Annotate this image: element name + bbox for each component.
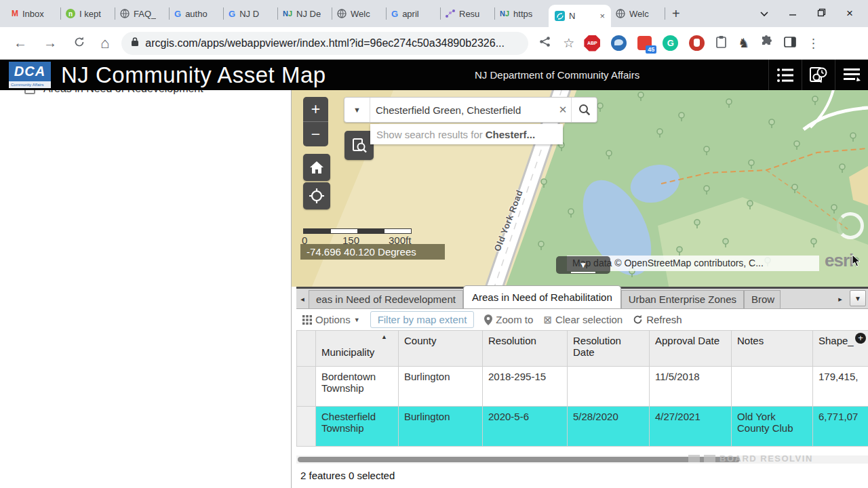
reload-button[interactable] [73, 36, 85, 51]
google-icon [229, 9, 235, 19]
col-resolution-date[interactable]: Resolution Date [568, 331, 650, 367]
legend-button[interactable] [768, 60, 802, 90]
col-resolution[interactable]: Resolution [483, 331, 568, 367]
layer-list-item-clipped[interactable]: Areas in Need of Redevelopment [24, 90, 203, 96]
dark-animal-extension-icon[interactable] [738, 37, 749, 49]
browser-tab[interactable]: https [495, 0, 549, 27]
cell-resolution-date[interactable] [568, 367, 650, 407]
tabs-dropdown-button[interactable]: ▼ [850, 290, 866, 306]
window-minimize-button[interactable] [789, 7, 797, 20]
home-extent-button[interactable] [303, 154, 330, 181]
tab-label: https [513, 9, 532, 19]
grammarly-extension-icon[interactable] [663, 35, 678, 51]
extension-icon-badge[interactable]: 45 [637, 36, 652, 50]
cell-resolution[interactable]: 2020-5-6 [483, 407, 568, 447]
menu-button[interactable] [835, 60, 868, 90]
cell-resolution-date[interactable]: 5/28/2020 [568, 407, 650, 447]
tab-areas-redevelopment[interactable]: eas in Need of Redevelopment [309, 290, 463, 308]
cell-shape[interactable]: 6,771,07 [813, 407, 868, 447]
col-notes[interactable]: Notes [732, 331, 813, 367]
browser-tab[interactable]: Welc [332, 0, 386, 27]
zoom-out-button[interactable]: − [303, 122, 328, 146]
cell-county[interactable]: Burlington [399, 407, 483, 447]
col-municipality[interactable]: ▲Municipality [316, 331, 399, 367]
side-panel-icon[interactable] [784, 37, 796, 50]
query-widget-button[interactable] [344, 131, 374, 160]
suggestion-term: Chesterf... [486, 129, 535, 140]
tab-label: Inbox [22, 9, 44, 19]
bookmark-star-icon[interactable]: ☆ [563, 35, 574, 51]
cell-approval-date[interactable]: 4/27/2021 [650, 407, 732, 447]
attribute-search-button[interactable] [802, 60, 835, 90]
cell-notes[interactable] [732, 367, 813, 407]
search-clear-icon[interactable]: ✕ [555, 104, 571, 116]
col-county[interactable]: County [399, 331, 483, 367]
zoom-in-button[interactable]: + [303, 97, 328, 122]
tabs-scroll-left-icon[interactable]: ◂ [296, 290, 309, 308]
browser-tab[interactable]: autho [170, 0, 223, 27]
clear-selection-button[interactable]: ⊠ Clear selection [543, 314, 623, 326]
thunderbird-extension-icon[interactable] [611, 35, 627, 51]
row-selector[interactable] [297, 407, 316, 447]
cell-municipality[interactable]: Chesterfield Township [316, 407, 399, 447]
back-button[interactable]: ← [14, 35, 27, 51]
browser-tab[interactable]: april [387, 0, 440, 27]
table-row[interactable]: Bordentown Township Burlington 2018-295-… [297, 367, 868, 407]
browser-tab-active[interactable]: N × [549, 5, 611, 27]
layer-checkbox[interactable] [24, 90, 35, 94]
refresh-button[interactable]: Refresh [633, 314, 682, 325]
selector-column-header[interactable] [297, 331, 316, 367]
tab-close-icon[interactable]: × [599, 11, 605, 21]
forward-button[interactable]: → [43, 35, 57, 51]
browser-tab[interactable]: FAQ_ [115, 0, 169, 27]
extensions-puzzle-icon[interactable] [760, 35, 773, 51]
my-location-button[interactable] [303, 182, 330, 209]
window-close-button[interactable]: × [846, 7, 853, 20]
adblock-plus-extension-icon[interactable]: ABP [584, 35, 600, 52]
window-restore-button[interactable] [817, 7, 826, 20]
cell-county[interactable]: Burlington [399, 367, 483, 407]
tab-urban-enterprise-zones[interactable]: Urban Enterprise Zones [621, 290, 744, 308]
cell-shape[interactable]: 179,415, [813, 367, 868, 407]
filter-by-map-extent-button[interactable]: Filter by map extent [370, 311, 475, 328]
search-suggestion[interactable]: Show search results for Chesterf... [370, 124, 563, 144]
scatter-icon [446, 9, 455, 18]
extension-badge-count: 45 [646, 45, 656, 54]
cell-municipality[interactable]: Bordentown Township [316, 367, 399, 407]
browser-tab[interactable]: I kept [61, 0, 115, 27]
row-selector[interactable] [297, 367, 316, 407]
tab-areas-rehabilitation[interactable]: Areas in Need of Rehabilitation [463, 285, 621, 308]
browser-tab[interactable]: NJ De [278, 0, 332, 27]
table-toolbar: Options▼ Filter by map extent Zoom to ⊠ … [296, 309, 868, 330]
cell-approval-date[interactable]: 11/5/2018 [650, 367, 732, 407]
map-canvas[interactable]: Old York Road + − ▼ Chesterfield Green, … [292, 90, 868, 287]
zoom-to-button[interactable]: Zoom to [484, 314, 533, 325]
table-row-selected[interactable]: Chesterfield Township Burlington 2020-5-… [297, 407, 868, 447]
browser-tab[interactable]: Inbox [7, 0, 60, 27]
tab-brownfields[interactable]: Brow [744, 290, 781, 308]
col-shape[interactable]: Shape_ [813, 331, 868, 367]
cell-resolution[interactable]: 2018-295-15 [483, 367, 568, 407]
tabs-scroll-right-icon[interactable]: ▸ [834, 290, 846, 308]
options-menu-button[interactable]: Options▼ [302, 314, 360, 325]
share-icon[interactable] [539, 36, 551, 50]
column-options-icon[interactable] [855, 333, 866, 344]
browser-menu-icon[interactable]: ⋮ [807, 36, 819, 51]
search-source-dropdown[interactable]: ▼ [344, 98, 370, 122]
search-button[interactable] [571, 98, 597, 122]
scrollbar-thumb[interactable] [298, 457, 740, 462]
search-input[interactable]: Chesterfield Green, Chesterfield [370, 104, 555, 116]
new-tab-button[interactable]: + [672, 6, 680, 22]
cell-notes[interactable]: Old York County Club [732, 407, 813, 447]
adblock-extension-icon[interactable] [689, 35, 705, 51]
col-approval-date[interactable]: Approval Date [650, 331, 732, 367]
clipboard-extension-icon[interactable] [715, 35, 727, 52]
tab-label: NJ De [296, 9, 321, 19]
home-button[interactable]: ⌂ [100, 35, 109, 52]
omnibox[interactable]: arcgis.com/apps/webappviewer/index.html?… [121, 32, 528, 55]
browser-tab[interactable]: Resu [441, 0, 494, 27]
tab-search-chevron-icon[interactable] [760, 7, 768, 20]
browser-tab[interactable]: Welc [611, 0, 665, 27]
layer-list-panel: Areas in Need of Redevelopment [0, 90, 292, 488]
browser-tab[interactable]: NJ D [224, 0, 277, 27]
